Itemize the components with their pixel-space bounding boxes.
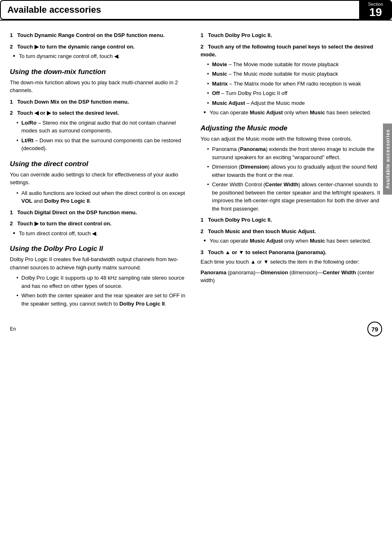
music-intro: You can adjust the Music mode with the f… [201,135,381,143]
music-dimension: Dimension (Dimension) allows you to grad… [207,163,381,179]
mode-movie: Movie – The Movie mode suitable for movi… [207,60,381,69]
downmix-bullet-ltrt: Lt/Rt – Down mix so that the surround co… [16,137,191,153]
downmix-bullet-list: Lo/Ro – Stereo mix the original audio th… [16,119,191,153]
direct-bullet-locked: All audio functions are locked out when … [16,189,191,205]
section-number: 19 [369,7,382,18]
music-bullet-list: Panorama (Panorama) extends the front st… [207,145,381,213]
direct-step1: 1 Touch Digital Direct on the DSP functi… [10,208,191,217]
direct-note-item: To turn direct control off, touch ◀. [13,229,191,238]
section-badge: Section 19 [359,0,392,20]
downmix-step2: 2 Touch ◀ or ▶ to select the desired lev… [10,109,191,117]
music-step3-text: 3 Touch ▲ or ▼ to select Panorama (panor… [201,249,327,255]
music-center-width: Center Width Control (Center Width) allo… [207,181,381,213]
dolby-mode-list: Movie – The Movie mode suitable for movi… [207,60,381,107]
drc-note-item: To turn dynamic range control off, touch… [13,52,191,60]
music-step2-note-item: You can operate Music Adjust only when M… [204,237,381,245]
music-step2: 2 Touch Music and then touch Music Adjus… [201,227,381,236]
direct-heading: Using the direct control [10,160,191,168]
music-step3-desc: Each time you touch ▲ or ▼ selects the i… [201,258,381,266]
mode-music-adjust: Music Adjust – Adjust the Music mode [207,99,381,107]
drc-step2-bold: 2 Touch ▶ to turn the dynamic range cont… [10,44,135,50]
header-title-area: Available accessories [0,0,359,20]
direct-step2-text: 2 Touch ▶ to turn the direct control on. [10,220,111,227]
music-heading: Adjusting the Music mode [201,124,381,132]
page-title: Available accessories [7,5,101,15]
dolby-note-item: You can operate Music Adjust only when M… [204,109,381,117]
dolby-bullet-speaker: When both the center speaker and the rea… [16,292,191,308]
mode-off: Off – Turn Dolby Pro Logic II off [207,89,381,97]
direct-note-list: To turn direct control off, touch ◀. [13,229,191,238]
dolby-right-step1: 1 Touch Dolby Pro Logic II. [201,31,381,39]
drc-note-list: To turn dynamic range control off, touch… [13,52,191,60]
dolby-note-list: You can operate Music Adjust only when M… [204,109,381,117]
mode-music: Music – The Music mode suitable for musi… [207,70,381,78]
dolby-heading: Using the Dolby Pro Logic II [10,245,191,253]
dolby-bullet-list: Dolby Pro Logic II supports up to 48 kHz… [16,274,191,308]
dolby-intro: Dolby Pro Logic II creates five full-ban… [10,255,191,271]
downmix-intro: The down-mix function allows you to play… [10,79,191,95]
dolby-right-step2-text: 2 Touch any of the following touch panel… [201,44,373,58]
left-column: 1 Touch Dynamic Range Control on the DSP… [10,28,191,309]
music-panorama: Panorama (Panorama) extends the front st… [207,145,381,161]
main-content: 1 Touch Dynamic Range Control on the DSP… [0,28,392,309]
footer: En 79 [0,322,392,336]
music-order-text: Panorama (panorama)—Dimension (dimension… [201,269,381,285]
drc-step1: 1 Touch Dynamic Range Control on the DSP… [10,31,191,39]
footer-en-label: En [10,326,16,332]
downmix-heading: Using the down-mix function [10,68,191,76]
downmix-step1-text: 1 Touch Down Mix on the DSP function men… [10,99,129,105]
direct-step1-text: 1 Touch Digital Direct on the DSP functi… [10,209,137,215]
direct-step2: 2 Touch ▶ to turn the direct control on. [10,220,191,228]
page-header: Available accessories Section 19 [0,0,392,21]
music-step1: 1 Touch Dolby Pro Logic II. [201,216,381,224]
sidebar-tab: Available accessories [383,123,392,195]
direct-intro: You can override audio settings to check… [10,171,191,187]
mode-matrix: Matrix – The Matrix mode for when FM rad… [207,80,381,88]
direct-bullet-list: All audio functions are locked out when … [16,189,191,205]
dolby-right-step1-text: 1 Touch Dolby Pro Logic II. [201,32,272,38]
music-step2-text: 2 Touch Music and then touch Music Adjus… [201,228,316,234]
music-step3: 3 Touch ▲ or ▼ to select Panorama (panor… [201,248,381,257]
music-step2-note-list: You can operate Music Adjust only when M… [204,237,381,245]
drc-step2: 2 Touch ▶ to turn the dynamic range cont… [10,43,191,51]
music-step1-text: 1 Touch Dolby Pro Logic II. [201,217,272,223]
downmix-step2-text: 2 Touch ◀ or ▶ to select the desired lev… [10,110,119,116]
dolby-bullet-48khz: Dolby Pro Logic II supports up to 48 kHz… [16,274,191,290]
dolby-right-step2: 2 Touch any of the following touch panel… [201,43,381,59]
right-column: 1 Touch Dolby Pro Logic II. 2 Touch any … [201,28,381,309]
drc-step1-bold: 1 Touch Dynamic Range Control on the DSP… [10,32,165,38]
footer-page-number: 79 [367,322,382,336]
downmix-step1: 1 Touch Down Mix on the DSP function men… [10,98,191,106]
downmix-bullet-loro: Lo/Ro – Stereo mix the original audio th… [16,119,191,135]
